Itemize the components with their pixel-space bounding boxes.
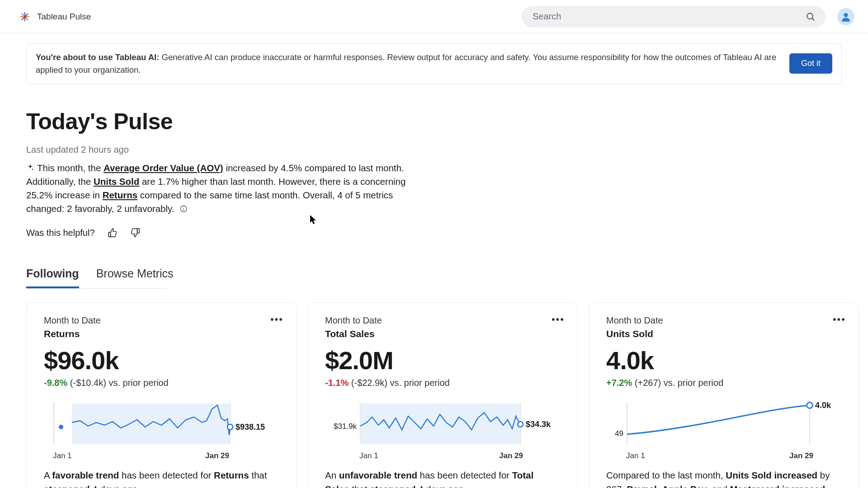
returns-link[interactable]: Returns [103,190,137,200]
svg-point-14 [59,425,63,429]
card-period: Month to Date [325,315,560,326]
info-icon[interactable] [179,205,188,213]
search-input[interactable] [522,6,826,28]
product-logo[interactable]: Tableau Pulse [19,11,91,23]
card-value: $96.0k [44,346,279,375]
svg-text:$31.9k: $31.9k [334,422,357,431]
cursor-icon [310,215,317,225]
thumbs-up-button[interactable] [108,228,118,238]
last-updated: Last updated 2 hours ago [26,145,842,155]
axis-labels: Jan 1 Jan 29 [44,451,279,460]
svg-text:49: 49 [615,429,623,438]
svg-point-27 [807,402,813,408]
card-insight: An unfavorable trend has been detected f… [325,469,560,488]
svg-rect-10 [108,232,110,237]
product-name: Tableau Pulse [37,12,91,22]
card-more-icon[interactable]: ••• [833,314,846,325]
card-more-icon[interactable]: ••• [270,314,283,325]
search-icon[interactable] [806,12,816,22]
svg-point-22 [518,422,523,427]
svg-point-4 [807,13,813,19]
axis-labels: Jan 1 Jan 29 [606,451,841,460]
card-delta: -9.8% (-$10.4k) vs. prior period [44,378,279,388]
svg-rect-15 [72,404,230,444]
thumbs-down-button[interactable] [130,228,140,238]
svg-text:$938.15: $938.15 [236,422,265,432]
svg-point-6 [844,13,848,17]
card-period: Month to Date [606,315,841,326]
svg-text:4.0k: 4.0k [815,401,831,410]
top-bar: Tableau Pulse [0,0,868,33]
tab-following[interactable]: Following [26,267,79,288]
units-sold-link[interactable]: Units Sold [94,176,139,187]
tab-browse-metrics[interactable]: Browse Metrics [96,267,174,288]
metric-cards-row: ••• Month to Date Returns $96.0k -9.8% (… [26,302,842,488]
card-period: Month to Date [44,315,279,326]
aov-link[interactable]: Average Order Value (AOV) [104,163,223,173]
ai-notice-text: You're about to use Tableau AI: Generati… [36,51,780,76]
metric-card-returns[interactable]: ••• Month to Date Returns $96.0k -9.8% (… [26,302,297,488]
svg-point-16 [227,424,233,430]
ai-summary: This month, the Average Order Value (AOV… [26,161,424,216]
card-title: Total Sales [325,328,560,339]
sparkline-chart: $938.15 Jan 1 Jan 29 [44,399,279,455]
tableau-logo-icon [19,11,31,23]
page-title: Today's Pulse [26,108,842,135]
feedback-label: Was this helpful? [26,228,95,238]
sparkle-icon [26,164,34,172]
metric-card-total-sales[interactable]: ••• Month to Date Total Sales $2.0M -1.1… [307,302,578,488]
search-container [522,6,826,28]
card-more-icon[interactable]: ••• [552,314,565,325]
ai-notice-banner: You're about to use Tableau AI: Generati… [26,43,842,84]
card-value: 4.0k [606,346,841,375]
tabs: Following Browse Metrics [26,267,842,289]
card-delta: +7.2% (+267) vs. prior period [606,378,841,388]
svg-point-9 [183,207,184,208]
avatar[interactable] [837,8,854,25]
card-insight: Compared to the last month, Units Sold i… [606,469,841,488]
svg-rect-21 [360,404,520,444]
metric-card-units-sold[interactable]: ••• Month to Date Units Sold 4.0k +7.2% … [589,302,859,488]
feedback-row: Was this helpful? [26,228,842,238]
card-insight: A favorable trend has been detected for … [44,469,279,488]
svg-line-5 [812,18,814,20]
card-title: Units Sold [606,328,841,339]
axis-labels: Jan 1 Jan 29 [325,451,560,460]
card-delta: -1.1% (-$22.9k) vs. prior period [325,378,560,388]
sparkline-chart: $31.9k $34.3k Jan 1 Jan 29 [325,399,560,455]
svg-rect-11 [137,229,139,233]
card-title: Returns [44,328,279,339]
got-it-button[interactable]: Got it [789,53,832,74]
sparkline-chart: 49 4.0k Jan 1 Jan 29 [606,399,841,455]
card-value: $2.0M [325,346,560,375]
svg-text:$34.3k: $34.3k [526,420,551,429]
